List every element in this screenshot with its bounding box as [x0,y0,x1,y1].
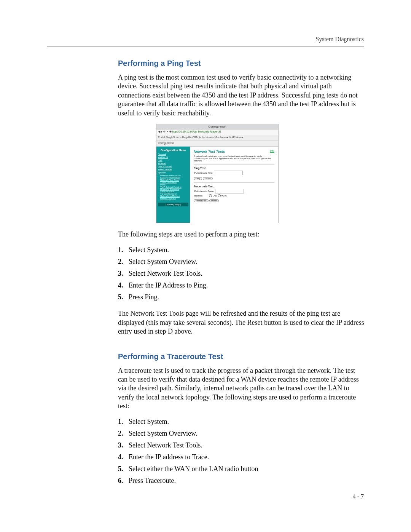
step: 4.Enter the IP address to Trace. [118,452,365,462]
step: 6.Press Traceroute. [118,476,365,486]
step: 4.Enter the IP Address to Ping. [118,280,365,291]
screenshot-bookmarks: Portal SingleSource Bugzilla CRM Agile N… [156,135,278,141]
lan-radio [209,194,212,197]
sidebar-item: Network [158,153,188,155]
screenshot-panel: Info Network Test Tools A network admini… [190,147,278,223]
trace-reset-button: Reset [209,199,219,202]
section2-para1: A traceroute test is used to track the p… [118,366,365,411]
screenshot-window-title: Configuration [156,124,278,129]
section1-lead: The following steps are used to perform … [118,230,365,239]
sidebar-item: Firewall [158,162,188,165]
step: 5.Select either the WAN or the LAN radio… [118,464,365,474]
section1-heading: Performing a Ping Test [118,59,365,68]
step: 3.Select Network Test Tools. [118,268,365,279]
page-header: System Diagnostics [315,36,364,43]
ping-title: Ping Test: [194,167,274,169]
step: 2.Select System Overview. [118,257,365,267]
trace-iface-row: Interface: LAN WAN [194,194,274,197]
screenshot-sidebar: Configuration Menu Network VoIP ALG NAT … [156,147,190,223]
screenshot-toolbar: ◀ ▶ ⟳ ✕ ✚ http://10.10.10.66/cgi-bin/con… [156,129,278,135]
panel-title: Network Test Tools [194,150,225,153]
section2-heading: Performing a Traceroute Test [118,352,365,361]
sidebar-title: Configuration Menu [158,149,188,152]
step: 1.Select System. [118,245,365,255]
trace-row: IP Address to Trace: [194,189,274,193]
sidebar-sub: Reboot System [160,197,188,200]
step: 1.Select System. [118,417,365,427]
screenshot-tab: Configuration [156,141,278,147]
sidebar-item: System [158,171,188,174]
sidebar-item: Traffic Shaper [158,168,188,171]
header-rule [47,46,364,47]
panel-desc: A network administrator may use the test… [194,155,274,162]
sidebar-item: DHCP Server [158,165,188,168]
section2-steps: 1.Select System. 2.Select System Overvie… [118,417,365,486]
step: 3.Select Network Test Tools. [118,440,365,451]
ping-ip-input [214,171,243,175]
sidebar-item: VoIP ALG [158,156,188,158]
page-number: 4 - 7 [353,493,364,500]
step: 5.Press Ping. [118,292,365,302]
wan-radio [218,194,221,197]
sidebar-item: NAT [158,159,188,161]
trace-title: Traceroute Test: [194,185,274,188]
main-content: Performing a Ping Test A ping test is th… [118,59,365,493]
screenshot-url: http://10.10.10.66/cgi-bin/config?page=2… [172,130,221,133]
trace-ip-input [215,189,244,193]
sidebar-footer: | Home | Help | [158,203,188,206]
section1-para1: A ping test is the most common test used… [118,73,365,118]
section1-para2: The Network Test Tools page will be refr… [118,309,365,336]
screenshot-network-test-tools: Configuration ◀ ▶ ⟳ ✕ ✚ http://10.10.10.… [156,124,279,223]
info-link: Info [270,150,274,152]
section1-steps: 1.Select System. 2.Select System Overvie… [118,245,365,302]
step: 2.Select System Overview. [118,428,365,439]
traceroute-button: Traceroute [194,199,209,202]
ping-reset-button: Reset [203,177,213,180]
ping-button: Ping [194,177,202,180]
ping-row: IP Address to Ping: [194,171,274,175]
